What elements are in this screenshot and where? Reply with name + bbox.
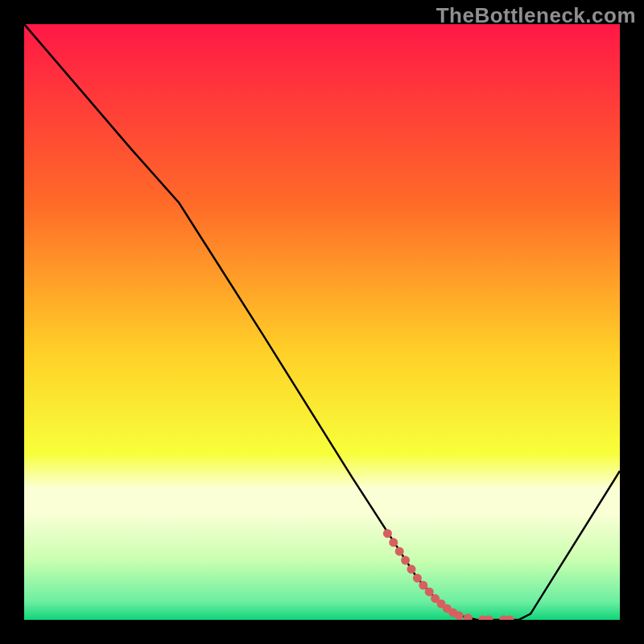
optimal-dot	[383, 529, 392, 538]
plot-area	[24, 24, 620, 620]
plot-svg	[24, 24, 620, 620]
optimal-dot	[407, 565, 416, 574]
optimal-dot	[425, 588, 434, 597]
optimal-dot	[413, 574, 422, 583]
chart-frame: TheBottleneck.com	[0, 0, 644, 644]
optimal-dot	[401, 556, 410, 565]
optimal-dot	[395, 547, 404, 555]
plot-background	[24, 24, 620, 620]
optimal-dot	[389, 538, 398, 547]
optimal-dot	[419, 581, 427, 590]
optimal-dot	[455, 611, 464, 620]
